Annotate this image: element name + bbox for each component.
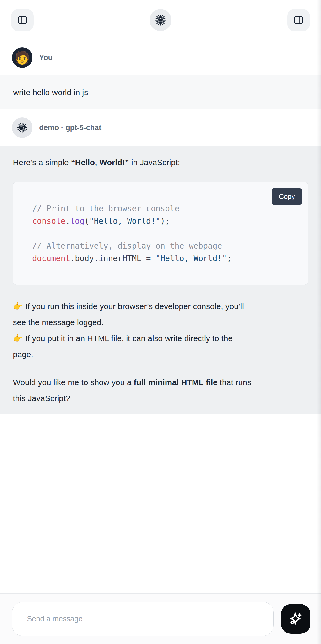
code-content: // Print to the browser consoleconsole.l… <box>32 202 301 265</box>
copy-button[interactable]: Copy <box>272 188 302 205</box>
assistant-notes: 👉 If you run this inside your browser’s … <box>13 298 308 362</box>
sparkle-icon <box>288 611 304 627</box>
user-author-row: 🧑 You <box>0 40 321 75</box>
user-message-text: write hello world in js <box>13 88 88 97</box>
assistant-intro-text: Here’s a simple “Hello, World!” in JavaS… <box>13 157 308 168</box>
user-author-label: You <box>39 53 52 62</box>
assistant-note-line: 👉 If you put it in an HTML file, it can … <box>13 330 308 362</box>
right-panel-toggle-button[interactable] <box>287 9 310 31</box>
starburst-icon <box>155 14 166 26</box>
model-spinner-button[interactable] <box>150 9 171 31</box>
assistant-avatar <box>12 117 32 138</box>
composer-bar <box>0 593 321 644</box>
send-button[interactable] <box>281 604 311 634</box>
user-message-bubble: write hello world in js <box>0 75 321 110</box>
panel-left-icon <box>17 14 28 26</box>
code-block: Copy // Print to the browser consolecons… <box>13 182 308 285</box>
assistant-question-text: Would you like me to show you a full min… <box>13 374 308 406</box>
user-avatar: 🧑 <box>12 47 32 68</box>
user-avatar-emoji: 🧑 <box>14 52 30 64</box>
assistant-author-row: demo · gpt-5-chat <box>0 110 321 146</box>
sidebar-toggle-button[interactable] <box>11 9 34 31</box>
assistant-note-line: 👉 If you run this inside your browser’s … <box>13 298 308 330</box>
message-input[interactable] <box>12 602 274 636</box>
assistant-message: Here’s a simple “Hello, World!” in JavaS… <box>0 146 321 414</box>
chat-app: 🧑 You write hello world in js demo · gpt… <box>0 0 321 644</box>
empty-scroll-area <box>0 414 321 593</box>
assistant-author-label: demo · gpt-5-chat <box>39 123 101 132</box>
top-bar <box>0 0 321 40</box>
starburst-icon <box>17 122 28 133</box>
panel-right-icon <box>293 14 304 26</box>
